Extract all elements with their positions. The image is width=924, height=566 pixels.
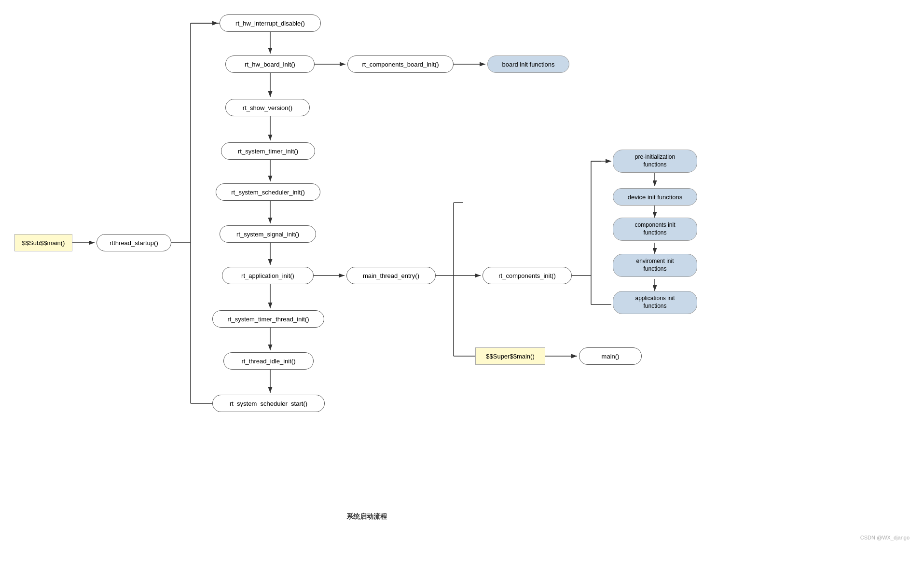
node-rt-components-board-init: rt_components_board_init(): [347, 55, 454, 73]
node-rt-components-init: rt_components_init(): [483, 267, 572, 284]
node-board-init-functions: board init functions: [487, 55, 569, 73]
node-rt-system-timer-init: rt_system_timer_init(): [221, 142, 315, 160]
node-device-init-functions: device init functions: [613, 188, 697, 206]
node-pre-init-functions: pre-initialization functions: [613, 150, 697, 173]
watermark: CSDN @WX_django: [860, 535, 910, 540]
node-rt-hw-interrupt-disable: rt_hw_interrupt_disable(): [220, 14, 321, 32]
node-enviroment-init-functions: enviroment init functions: [613, 254, 697, 277]
node-main: main(): [579, 347, 642, 365]
node-rt-system-scheduler-start: rt_system_scheduler_start(): [212, 395, 325, 412]
node-rt-show-version: rt_show_version(): [225, 99, 310, 116]
node-super-main: $$Super$$main(): [475, 347, 545, 365]
node-rt-hw-board-init: rt_hw_board_init(): [225, 55, 315, 73]
diagram-caption: 系统启动流程: [270, 512, 463, 521]
diagram-container: $$Sub$$main() rtthread_startup() rt_hw_i…: [0, 0, 924, 550]
node-rt-thread-idle-init: rt_thread_idle_init(): [223, 352, 314, 370]
node-main-thread-entry: main_thread_entry(): [346, 267, 436, 284]
node-rt-application-init: rt_application_init(): [222, 267, 314, 284]
node-sub-main: $$Sub$$main(): [14, 234, 72, 251]
node-components-init-functions: components init functions: [613, 218, 697, 241]
node-rt-system-scheduler-init: rt_system_scheduler_init(): [216, 183, 320, 201]
node-rt-system-timer-thread-init: rt_system_timer_thread_init(): [212, 310, 324, 328]
node-rtthread-startup: rtthread_startup(): [97, 234, 171, 251]
node-applications-init-functions: applications init functions: [613, 291, 697, 314]
node-rt-system-signal-init: rt_system_signal_init(): [220, 225, 316, 243]
